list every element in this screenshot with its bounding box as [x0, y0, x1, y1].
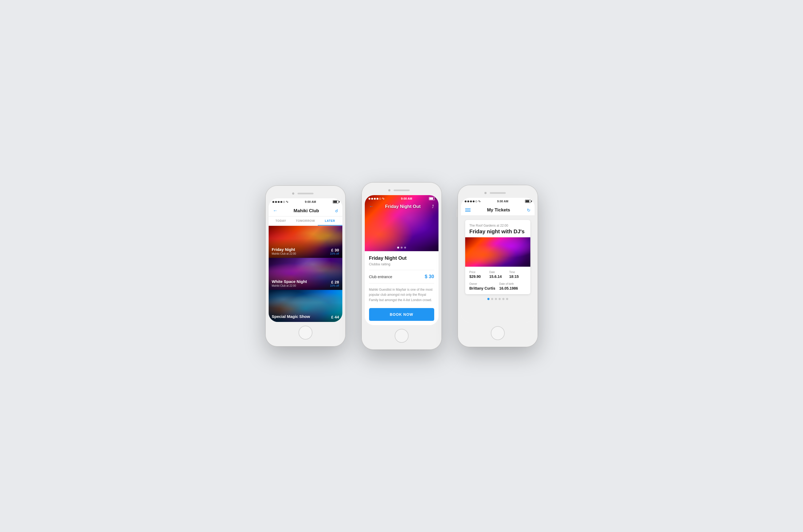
event-venue-1: Mahiki Club at 22:00: [272, 252, 296, 255]
back-button[interactable]: ←: [273, 208, 278, 213]
event-price-col-1: £ 30 15% off: [330, 248, 339, 255]
tab-tomorrow[interactable]: TOMORROW: [293, 216, 318, 226]
divider-1: [369, 270, 434, 270]
date-label: Date: [489, 271, 506, 273]
share-button[interactable]: ⤴: [432, 204, 434, 209]
nav-bar-2: ← Friday Night Out ⤴: [365, 201, 438, 212]
phone-2: ∿ 9:00 AM ← Friday Night Out ⤴: [361, 182, 442, 350]
home-button-1[interactable]: [299, 326, 313, 340]
signal-dot-23: [374, 198, 376, 200]
signal-dot-3: [278, 201, 280, 203]
sd34: [473, 201, 474, 202]
dot-1: [397, 247, 399, 248]
status-bar-3: ∿ 9:00 AM: [461, 198, 535, 205]
sd33: [470, 201, 472, 202]
home-button-3[interactable]: [491, 326, 505, 340]
ticket-card: The Roof Gardens at 22:00 Friday night w…: [465, 220, 530, 294]
tickets-content: The Roof Gardens at 22:00 Friday night w…: [461, 216, 535, 322]
signal-dot-22: [371, 198, 373, 200]
sd35: [475, 201, 477, 202]
battery-fill-2: [429, 197, 433, 200]
pagination-dots: [465, 294, 530, 304]
battery-indicator: [333, 200, 339, 204]
book-now-button[interactable]: BOOK NOW: [369, 308, 434, 321]
event-name-2: White Space Night: [272, 279, 307, 284]
signal-dot-4: [280, 201, 282, 203]
signal-dot-24: [376, 198, 378, 200]
venue-name: The Roof Gardens: [469, 224, 496, 227]
dob-value: 16.05.1986: [499, 286, 526, 290]
event-discount-1: 15% off: [330, 252, 339, 255]
back-button-2[interactable]: ←: [369, 204, 374, 209]
page-dot-3: [495, 298, 497, 300]
signal-dots-3: ∿: [465, 200, 481, 203]
search-button[interactable]: ☌: [335, 208, 338, 213]
ticket-title: Friday night with DJ's: [469, 228, 526, 235]
event-card-1[interactable]: Friday Night Mahiki Club at 22:00 £ 30 1…: [269, 226, 342, 258]
event-price-2: £ 28: [330, 280, 339, 284]
time-value: 18:15: [509, 274, 526, 279]
event-name-col-3: Special Magic Show: [272, 314, 310, 319]
battery-icon-2: [429, 197, 435, 200]
owner-value: Brittany Curtis: [469, 286, 496, 290]
event-info-1: Friday Night Mahiki Club at 22:00 £ 30 1…: [272, 247, 339, 255]
event-price-1: £ 30: [330, 248, 339, 252]
signal-dots: ∿: [273, 200, 288, 204]
wifi-icon-3: ∿: [478, 200, 481, 203]
tabs: TODAY TOMORROW LATER: [269, 216, 342, 226]
sd32: [467, 201, 469, 202]
nav-title-2: Friday Night Out: [385, 204, 421, 209]
event-content: Friday Night Out Clubba raiting Club ent…: [365, 251, 438, 325]
ticket-details-row1: Price $29.90 Date 15.6.14 Time 18:15: [465, 267, 530, 282]
phone-3-screen: ∿ 9:00 AM My Tickets ↻: [461, 198, 535, 322]
nav-title: Mahiki Club: [294, 208, 319, 213]
event-price-col-2: £ 28 10% off: [330, 280, 339, 287]
ticket-details-row2: Owner Brittany Curtis Date of birth 16.0…: [465, 282, 530, 294]
dob-label: Date of birth: [499, 282, 526, 285]
phone-3: ∿ 9:00 AM My Tickets ↻: [458, 185, 538, 347]
sd31: [465, 201, 467, 202]
menu-line-2: [465, 210, 470, 210]
signal-dot-21: [369, 198, 370, 200]
battery-2: [429, 197, 435, 200]
tab-today[interactable]: TODAY: [269, 216, 293, 226]
battery-icon: [333, 200, 339, 204]
event-subtitle: Clubba raiting: [369, 262, 434, 266]
ticket-price-field: Price $29.90: [469, 271, 486, 279]
divider-2: [369, 283, 434, 284]
price-row: Club entrance $ 30: [369, 274, 434, 280]
speaker-3: [490, 192, 506, 194]
home-button-2[interactable]: [395, 329, 409, 343]
tab-later[interactable]: LATER: [318, 216, 342, 226]
signal-dot-5: [283, 201, 285, 203]
refresh-button[interactable]: ↻: [527, 208, 530, 213]
ticket-img-overlay: [465, 237, 530, 267]
date-value: 15.6.14: [489, 274, 506, 279]
wifi-icon: ∿: [286, 200, 288, 204]
signal-dots-2: ∿: [369, 197, 385, 201]
dot-2: [400, 247, 403, 248]
signal-dot-1: [273, 201, 274, 203]
event-card-2[interactable]: White Space Night Mahiki Club at 22:00 £…: [269, 258, 342, 290]
event-price-col-3: £ 44: [331, 315, 339, 319]
phone-2-screen: ∿ 9:00 AM ← Friday Night Out ⤴: [365, 195, 438, 325]
battery-fill: [333, 201, 337, 203]
phone-1-bottom: [269, 322, 342, 343]
phone-1: ∿ 9:00 AM ← Mahiki Club ☌ TODAY TOMORROW: [265, 186, 346, 346]
event-info-3: Special Magic Show £ 44: [272, 314, 339, 319]
signal-dot-25: [379, 198, 381, 200]
signal-dot-2: [275, 201, 277, 203]
status-time-3: 9:00 AM: [497, 200, 508, 203]
menu-line-3: [465, 211, 470, 212]
status-time-2: 9:00 AM: [401, 197, 412, 200]
speaker-2: [394, 190, 410, 191]
ticket-dob-field: Date of birth 16.05.1986: [499, 282, 526, 290]
price-value: $29.90: [469, 274, 486, 279]
menu-button[interactable]: [465, 208, 470, 212]
event-card-3[interactable]: Special Magic Show £ 44: [269, 290, 342, 322]
event-title: Friday Night Out: [369, 255, 434, 261]
ticket-owner-field: Owner Brittany Curtis: [469, 282, 496, 290]
event-info-2: White Space Night Mahiki Club at 22:00 £…: [272, 279, 339, 287]
ticket-venue: The Roof Gardens at 22:00: [469, 224, 526, 227]
price-label: Price: [469, 271, 486, 273]
